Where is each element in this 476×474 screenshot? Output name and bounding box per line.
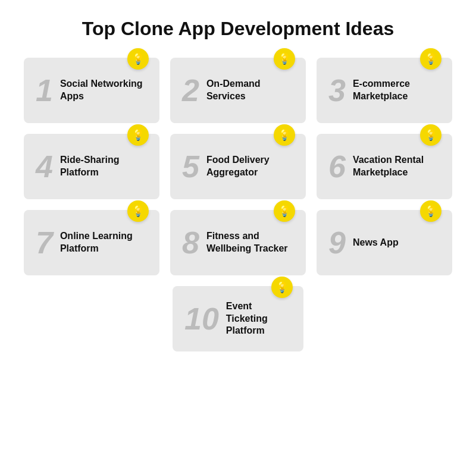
item-number: 3: [328, 75, 346, 106]
item-number: 9: [328, 227, 346, 258]
item-label: Vacation Rental Marketplace: [353, 154, 443, 179]
item-number: 4: [36, 151, 53, 182]
item-number: 7: [36, 227, 53, 258]
item-number: 5: [182, 151, 199, 182]
list-item: 💡3E-commerce Marketplace: [317, 58, 452, 123]
list-item: 💡1Social Networking Apps: [24, 58, 159, 123]
list-item: 💡5Food Delivery Aggregator: [170, 134, 306, 199]
item-label: Fitness and Wellbeing Tracker: [206, 230, 296, 255]
item-label: Social Networking Apps: [60, 78, 150, 103]
list-item: 💡7Online Learning Platform: [24, 210, 159, 275]
list-item: 💡2On-Demand Services: [170, 58, 306, 123]
bulb-icon: 💡: [127, 124, 149, 146]
item-label: News App: [353, 237, 399, 249]
bulb-icon: 💡: [420, 200, 441, 222]
item-number: 2: [182, 75, 199, 106]
bulb-icon: 💡: [127, 48, 149, 70]
bulb-icon: 💡: [127, 200, 149, 222]
list-item: 💡6Vacation Rental Marketplace: [317, 134, 452, 199]
item-label: On-Demand Services: [206, 78, 296, 103]
item-label: Online Learning Platform: [60, 230, 150, 255]
list-item: 💡10Event Ticketing Platform: [173, 286, 303, 351]
bulb-icon: 💡: [274, 200, 295, 222]
items-grid-bottom: 💡10Event Ticketing Platform: [24, 286, 452, 351]
list-item: 💡9News App: [317, 210, 452, 275]
items-grid: 💡1Social Networking Apps💡2On-Demand Serv…: [24, 58, 452, 275]
item-number: 6: [328, 151, 346, 182]
bulb-icon: 💡: [271, 277, 293, 298]
list-item: 💡8Fitness and Wellbeing Tracker: [170, 210, 306, 275]
page-title: Top Clone App Development Ideas: [82, 18, 394, 40]
item-label: Food Delivery Aggregator: [206, 154, 296, 179]
bulb-icon: 💡: [420, 124, 441, 146]
item-number: 1: [36, 75, 53, 106]
item-label: Ride-Sharing Platform: [60, 154, 150, 179]
bulb-icon: 💡: [420, 48, 441, 70]
list-item: 💡4Ride-Sharing Platform: [24, 134, 159, 199]
bulb-icon: 💡: [274, 124, 295, 146]
item-number: 10: [184, 303, 219, 334]
item-number: 8: [182, 227, 199, 258]
item-label: Event Ticketing Platform: [226, 300, 294, 337]
item-label: E-commerce Marketplace: [353, 78, 443, 103]
bulb-icon: 💡: [274, 48, 295, 70]
